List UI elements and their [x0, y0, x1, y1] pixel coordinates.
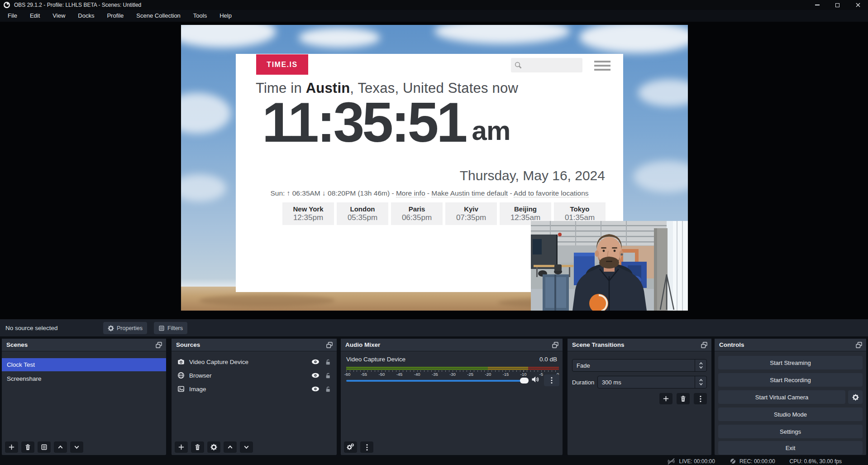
program-preview[interactable]: TIME.IS Time in Austin, Texas, United St…	[181, 25, 688, 311]
add-transition-button[interactable]	[659, 393, 672, 404]
status-bar: LIVE: 00:00:00 REC: 00:00:00 CPU: 0.6%, …	[0, 457, 868, 465]
virtual-camera-config-button[interactable]	[848, 390, 863, 404]
speaker-icon[interactable]	[531, 376, 539, 383]
transition-select-arrows[interactable]	[695, 360, 706, 371]
volume-slider[interactable]	[346, 380, 526, 382]
webcam-overlay	[531, 221, 688, 311]
meter-tick-label: -5	[539, 372, 543, 377]
world-clock-london: London05:35pm	[337, 202, 388, 225]
transition-menu-button[interactable]	[694, 393, 707, 404]
audio-mixer-panel-header[interactable]: Audio Mixer	[341, 339, 563, 351]
make-default-link: Make Austin time default	[431, 189, 508, 197]
source-up-button[interactable]	[224, 441, 237, 453]
filter-icon	[41, 444, 48, 451]
source-down-button[interactable]	[240, 441, 253, 453]
search-box	[511, 58, 582, 72]
obs-logo-icon	[3, 1, 10, 9]
remove-transition-button[interactable]	[677, 393, 690, 404]
scene-filters-button[interactable]	[38, 441, 51, 453]
filters-button[interactable]: Filters	[154, 322, 187, 334]
menu-edit[interactable]: Edit	[24, 10, 46, 22]
meter-tick-label: -25	[467, 372, 473, 377]
minimize-icon	[815, 5, 820, 5]
volume-meter	[346, 367, 559, 370]
chevron-down-icon	[243, 444, 250, 451]
lock-open-icon[interactable]	[324, 372, 331, 379]
properties-button[interactable]: Properties	[103, 322, 147, 334]
remove-scene-button[interactable]	[21, 441, 34, 453]
menu-docks[interactable]: Docks	[72, 10, 100, 22]
menu-profile[interactable]: Profile	[100, 10, 130, 22]
meter-tick-label: -10	[520, 372, 527, 377]
lock-open-icon[interactable]	[324, 386, 331, 393]
source-properties-button[interactable]	[207, 441, 220, 453]
source-row-browser[interactable]: Browser	[172, 369, 337, 382]
add-source-button[interactable]	[175, 441, 188, 453]
volume-slider-handle[interactable]	[520, 378, 529, 384]
scene-item-screenshare[interactable]: Screenshare	[2, 372, 166, 385]
meter-tick-label: -30	[449, 372, 456, 377]
duration-spinbox[interactable]: 300 ms	[597, 376, 707, 388]
eye-icon[interactable]	[311, 386, 320, 392]
add-scene-button[interactable]	[5, 441, 18, 453]
camera-icon	[177, 358, 185, 365]
scene-transitions-panel: Scene Transitions Fade Duration 300 ms	[568, 339, 711, 455]
advanced-audio-button[interactable]	[344, 441, 357, 453]
studio-mode-button[interactable]: Studio Mode	[718, 407, 863, 421]
scene-transitions-panel-header[interactable]: Scene Transitions	[568, 339, 711, 351]
meter-tick-label: -50	[378, 372, 385, 377]
cloud	[299, 28, 380, 48]
mixer-channel-menu-button[interactable]	[544, 374, 559, 386]
minimize-button[interactable]	[807, 0, 827, 10]
gears-icon	[347, 443, 354, 451]
scene-up-button[interactable]	[54, 441, 67, 453]
controls-panel: Controls Start Streaming Start Recording…	[715, 339, 866, 455]
menu-tools[interactable]: Tools	[187, 10, 213, 22]
sources-panel-header[interactable]: Sources	[172, 339, 337, 351]
canvas-area: TIME.IS Time in Austin, Texas, United St…	[0, 22, 868, 319]
cpu-fps-stats: CPU: 0.6%, 30.00 fps	[790, 458, 842, 465]
transition-select[interactable]: Fade	[572, 359, 707, 372]
chevron-down-icon	[699, 366, 703, 369]
meter-tick-label: -55	[361, 372, 367, 377]
start-virtual-camera-button[interactable]: Start Virtual Camera	[718, 390, 845, 404]
remove-source-button[interactable]	[191, 441, 204, 453]
start-recording-button[interactable]: Start Recording	[718, 373, 863, 387]
cloud	[638, 79, 688, 106]
exit-button[interactable]: Exit	[718, 441, 863, 455]
maximize-button[interactable]	[827, 0, 848, 10]
source-row-image[interactable]: Image	[172, 382, 337, 396]
cloud	[181, 93, 231, 134]
menu-view[interactable]: View	[46, 10, 72, 22]
lock-open-icon[interactable]	[324, 359, 331, 365]
meter-tick-label: -35	[432, 372, 438, 377]
duration-spin-arrows[interactable]	[695, 376, 706, 388]
gear-icon	[108, 325, 114, 331]
close-button[interactable]	[848, 0, 868, 10]
scene-down-button[interactable]	[70, 441, 83, 453]
clock-ampm: am	[472, 115, 510, 152]
menu-scene-collection[interactable]: Scene Collection	[130, 10, 187, 22]
eye-icon[interactable]	[311, 359, 320, 365]
mixer-menu-button[interactable]	[360, 441, 373, 453]
plus-icon	[178, 444, 185, 451]
trash-icon	[680, 395, 687, 402]
settings-button[interactable]: Settings	[718, 425, 863, 438]
title-bar: OBS 29.1.2 - Profile: LLHLS BETA - Scene…	[0, 0, 868, 10]
menu-help[interactable]: Help	[213, 10, 238, 22]
eye-icon[interactable]	[311, 372, 320, 379]
scenes-panel-header[interactable]: Scenes	[2, 339, 166, 351]
sources-panel: Sources Video Capture Device Browser Ima…	[172, 339, 337, 455]
meter-tick-label: -45	[396, 372, 403, 377]
source-row-video-capture[interactable]: Video Capture Device	[172, 355, 337, 369]
kebab-icon	[550, 377, 553, 384]
menu-file[interactable]: File	[1, 10, 24, 22]
scenes-panel: Scenes Clock Test Screenshare	[2, 339, 166, 455]
trash-icon	[194, 444, 201, 451]
controls-panel-header[interactable]: Controls	[715, 339, 866, 351]
world-clock-newyork: New York12:35pm	[282, 202, 334, 225]
meter-tick-label: -20	[485, 372, 491, 377]
start-streaming-button[interactable]: Start Streaming	[718, 356, 863, 369]
cloud	[434, 25, 570, 44]
scene-item-clock-test[interactable]: Clock Test	[2, 358, 166, 371]
